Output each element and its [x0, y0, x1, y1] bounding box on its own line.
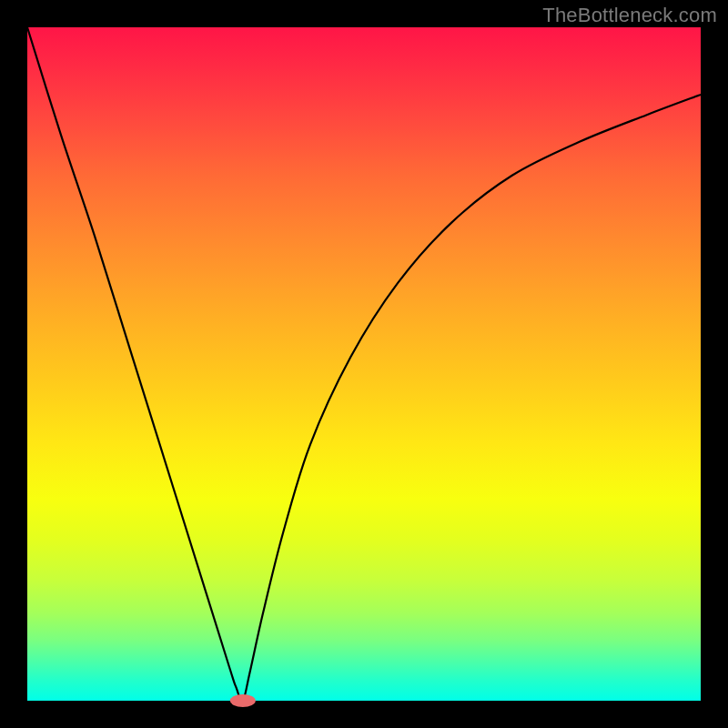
- watermark-label: TheBottleneck.com: [542, 4, 717, 27]
- optimal-marker: [230, 694, 256, 707]
- plot-area: [27, 27, 701, 701]
- bottleneck-curve: [27, 27, 701, 701]
- plot-svg: [27, 27, 701, 701]
- chart-frame: TheBottleneck.com: [0, 0, 728, 728]
